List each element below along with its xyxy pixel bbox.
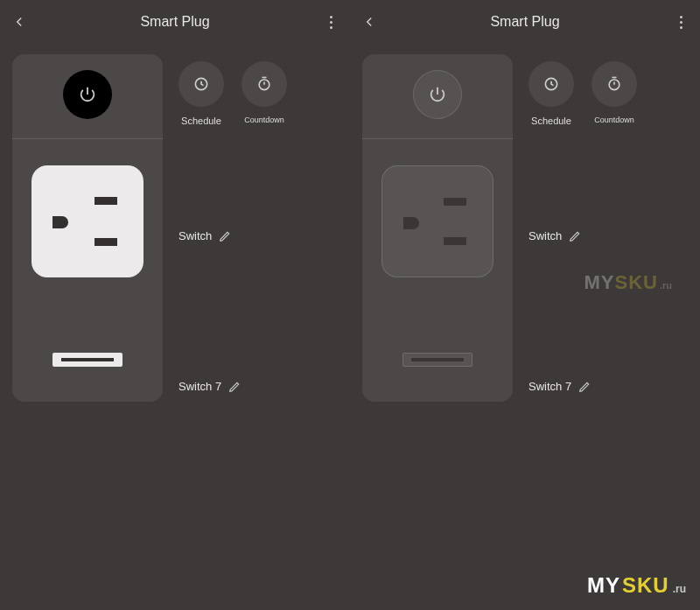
edit-icon[interactable]: [578, 381, 591, 393]
switch-1-label: Switch: [178, 229, 212, 242]
right-column: Schedule Countdown Switch Switch 7: [178, 54, 338, 402]
more-button[interactable]: [320, 11, 341, 32]
outlet-slot-icon: [444, 237, 466, 245]
edit-icon[interactable]: [569, 230, 581, 242]
device-card: [362, 54, 513, 402]
actions-row: Schedule Countdown: [528, 61, 688, 126]
countdown-label: Countdown: [244, 116, 284, 124]
clock-icon: [192, 75, 210, 93]
back-button[interactable]: [9, 11, 30, 32]
schedule-button[interactable]: Schedule: [528, 61, 574, 126]
more-button[interactable]: [670, 11, 691, 32]
watermark-faint: MY SKU .ru: [584, 271, 672, 294]
header: Smart Plug: [350, 0, 700, 44]
switch-1-row[interactable]: Switch: [528, 229, 581, 242]
timer-icon: [606, 75, 623, 93]
header: Smart Plug: [0, 0, 350, 44]
divider: [12, 138, 163, 139]
schedule-button[interactable]: Schedule: [178, 61, 224, 126]
watermark-tld: .ru: [673, 583, 686, 595]
usb-tile[interactable]: [52, 353, 122, 367]
clock-icon: [542, 75, 560, 93]
usb-tile[interactable]: [402, 353, 472, 367]
outlet-slot-icon: [444, 198, 466, 206]
content: Schedule Countdown Switch Switch 7: [350, 44, 700, 402]
back-button[interactable]: [359, 11, 380, 32]
power-icon: [428, 85, 447, 104]
watermark-prefix: MY: [587, 573, 620, 598]
outlet-slot-icon: [94, 238, 117, 246]
watermark: MY SKU .ru: [587, 573, 686, 598]
device-card: [12, 54, 163, 402]
content: Schedule Countdown Switch Switch 7: [0, 44, 350, 402]
usb-slot-icon: [411, 358, 464, 361]
watermark-prefix: MY: [584, 271, 614, 294]
divider: [362, 138, 513, 139]
usb-slot-icon: [61, 358, 114, 361]
watermark-brand: SKU: [614, 271, 657, 294]
right-column: Schedule Countdown Switch Switch 7: [528, 54, 688, 402]
edit-icon[interactable]: [228, 381, 241, 393]
switch-1-row[interactable]: Switch: [178, 229, 231, 242]
actions-row: Schedule Countdown: [178, 61, 338, 126]
page-title: Smart Plug: [490, 14, 559, 30]
countdown-label: Countdown: [594, 116, 634, 124]
pane-off: Smart Plug: [350, 0, 700, 610]
page-title: Smart Plug: [140, 14, 209, 30]
watermark-brand: SKU: [622, 573, 669, 598]
outlet-ground-icon: [403, 217, 419, 229]
countdown-button[interactable]: Countdown: [592, 61, 637, 126]
schedule-label: Schedule: [181, 116, 221, 126]
power-button[interactable]: [413, 70, 462, 119]
watermark-tld: .ru: [660, 280, 672, 291]
outlet-slot-icon: [94, 197, 117, 205]
outlet-tile[interactable]: [382, 165, 494, 277]
switch-1-label: Switch: [528, 229, 562, 242]
switch-2-label: Switch 7: [178, 380, 221, 393]
switch-2-label: Switch 7: [528, 380, 571, 393]
power-button[interactable]: [63, 70, 112, 119]
power-icon: [78, 85, 97, 104]
schedule-label: Schedule: [531, 116, 571, 126]
edit-icon[interactable]: [219, 230, 231, 242]
outlet-ground-icon: [52, 216, 68, 228]
timer-icon: [256, 75, 273, 93]
pane-on: Smart Plug: [0, 0, 350, 610]
switch-2-row[interactable]: Switch 7: [528, 380, 591, 393]
switch-2-row[interactable]: Switch 7: [178, 380, 241, 393]
countdown-button[interactable]: Countdown: [242, 61, 287, 126]
outlet-tile[interactable]: [32, 165, 144, 277]
